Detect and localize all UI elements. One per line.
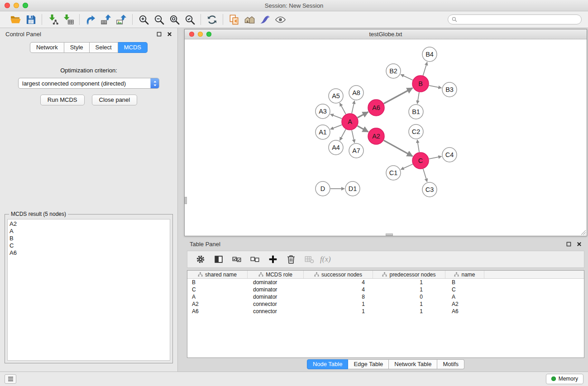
node-C2[interactable]: C2 <box>409 124 423 139</box>
documents-button[interactable] <box>227 13 241 26</box>
import-network-button[interactable] <box>46 13 60 26</box>
eye-button[interactable] <box>273 13 287 26</box>
run-mcds-button[interactable]: Run MCDS <box>40 95 85 105</box>
node-A6[interactable]: A6 <box>368 100 384 116</box>
mcds-result-item[interactable]: A2 <box>10 220 170 228</box>
criterion-dropdown[interactable]: largest connected component (directed) <box>18 78 159 89</box>
task-history-button[interactable] <box>5 374 16 384</box>
tab-node-table[interactable]: Node Table <box>307 359 349 369</box>
edge-B-B4[interactable] <box>423 62 427 76</box>
edge-C-C4[interactable] <box>429 157 442 159</box>
column-header-successor-nodes[interactable]: successor nodes <box>304 271 373 278</box>
edge-A-A8[interactable] <box>352 101 354 114</box>
node-A3[interactable]: A3 <box>316 104 330 119</box>
edge-A-A2[interactable] <box>358 126 368 132</box>
mcds-result-item[interactable]: C <box>10 242 170 249</box>
node-A7[interactable]: A7 <box>349 143 363 158</box>
node-C1[interactable]: C1 <box>386 166 401 180</box>
search-input[interactable] <box>448 14 582 24</box>
gear-button[interactable] <box>193 253 208 266</box>
node-A4[interactable]: A4 <box>329 140 343 155</box>
edge-A-A5[interactable] <box>340 103 346 114</box>
zoom-out-button[interactable] <box>152 13 166 26</box>
table-row[interactable]: Bdominator41B <box>187 279 584 286</box>
mcds-result-item[interactable]: B <box>10 235 170 242</box>
node-A5[interactable]: A5 <box>329 89 343 103</box>
import-table-button[interactable] <box>62 13 75 26</box>
refresh-button[interactable] <box>205 13 219 26</box>
node-A[interactable]: A <box>342 114 358 130</box>
splitter-handle-icon[interactable] <box>185 197 187 204</box>
mcds-result-item[interactable]: A6 <box>10 249 170 257</box>
network-canvas[interactable]: B4B2BB3A5A8A6B1A3AC2A1A2A4A7C4CC1C3DD1 <box>185 39 587 236</box>
node-B1[interactable]: B1 <box>409 105 423 119</box>
edge-C-C1[interactable] <box>401 164 412 170</box>
close-panel-action-button[interactable]: Close panel <box>92 95 138 105</box>
edge-A2-C[interactable] <box>384 140 413 156</box>
column-header-name[interactable]: name <box>445 271 484 278</box>
column-header-shared-name[interactable]: shared name <box>187 271 248 278</box>
tab-network-table[interactable]: Network Table <box>389 359 437 369</box>
column-header-mcds-role[interactable]: MCDS role <box>248 271 304 278</box>
close-table-panel-button[interactable] <box>577 242 582 247</box>
node-C3[interactable]: C3 <box>422 182 437 197</box>
tab-style[interactable]: Style <box>64 42 90 53</box>
network-zoom-button[interactable] <box>206 32 211 37</box>
node-B[interactable]: B <box>412 76 429 92</box>
node-A8[interactable]: A8 <box>349 86 363 100</box>
network-window-titlebar[interactable]: testGlobe.txt <box>185 29 587 39</box>
deselect-all-button[interactable] <box>247 253 263 266</box>
splitter-handle-icon[interactable] <box>386 234 393 236</box>
edge-C-C3[interactable] <box>423 169 427 182</box>
tab-network[interactable]: Network <box>30 42 64 53</box>
node-D1[interactable]: D1 <box>345 181 360 196</box>
edge-B-B2[interactable] <box>401 75 413 80</box>
close-window-button[interactable] <box>5 3 10 8</box>
export-network-button[interactable] <box>84 13 97 26</box>
table-row[interactable]: Cdominator41C <box>187 286 584 293</box>
node-D[interactable]: D <box>316 181 330 196</box>
zoom-window-button[interactable] <box>23 3 28 8</box>
node-B2[interactable]: B2 <box>386 64 401 78</box>
tab-edge-table[interactable]: Edge Table <box>348 359 389 369</box>
close-panel-button[interactable] <box>167 32 172 37</box>
table-row[interactable]: Adominator80A <box>187 293 584 300</box>
edge-A-A1[interactable] <box>330 125 342 129</box>
float-panel-button[interactable] <box>157 32 162 37</box>
zoom-in-button[interactable] <box>137 13 150 26</box>
trash-button[interactable] <box>283 253 299 266</box>
table-row[interactable]: A2connector11A2 <box>187 300 584 308</box>
node-B4[interactable]: B4 <box>422 47 437 62</box>
export-image-button[interactable] <box>115 13 128 26</box>
function-button[interactable]: f(x) <box>320 253 335 266</box>
columns-button[interactable] <box>211 253 226 266</box>
mcds-result-item[interactable]: A <box>10 228 170 235</box>
houses-button[interactable] <box>243 13 256 26</box>
brush-button[interactable] <box>258 13 272 26</box>
resize-grip-icon[interactable] <box>580 229 586 235</box>
node-A1[interactable]: A1 <box>316 125 330 139</box>
open-folder-button[interactable] <box>9 13 22 26</box>
minimize-window-button[interactable] <box>14 3 19 8</box>
remove-columns-button[interactable] <box>301 253 317 266</box>
edge-A-A4[interactable] <box>340 129 346 141</box>
float-table-panel-button[interactable] <box>566 242 571 247</box>
memory-button[interactable]: Memory <box>546 374 583 384</box>
mcds-result-list[interactable]: A2ABCA6 <box>7 219 170 361</box>
edge-A-A6[interactable] <box>358 112 368 118</box>
save-button[interactable] <box>24 13 38 26</box>
node-B3[interactable]: B3 <box>442 82 457 97</box>
edge-A6-B[interactable] <box>384 88 413 104</box>
zoom-selected-button[interactable] <box>183 13 196 26</box>
table-row[interactable]: A6connector11A6 <box>187 308 584 315</box>
tab-select[interactable]: Select <box>90 42 118 53</box>
edge-C-C2[interactable] <box>417 140 419 152</box>
select-all-button[interactable] <box>229 253 244 266</box>
network-close-button[interactable] <box>189 32 194 37</box>
edge-B-B1[interactable] <box>417 92 419 104</box>
column-header-predecessor-nodes[interactable]: predecessor nodes <box>373 271 445 278</box>
add-button[interactable] <box>265 253 281 266</box>
edge-A-A7[interactable] <box>352 130 354 143</box>
tab-motifs[interactable]: Motifs <box>437 359 464 369</box>
network-minimize-button[interactable] <box>198 32 203 37</box>
